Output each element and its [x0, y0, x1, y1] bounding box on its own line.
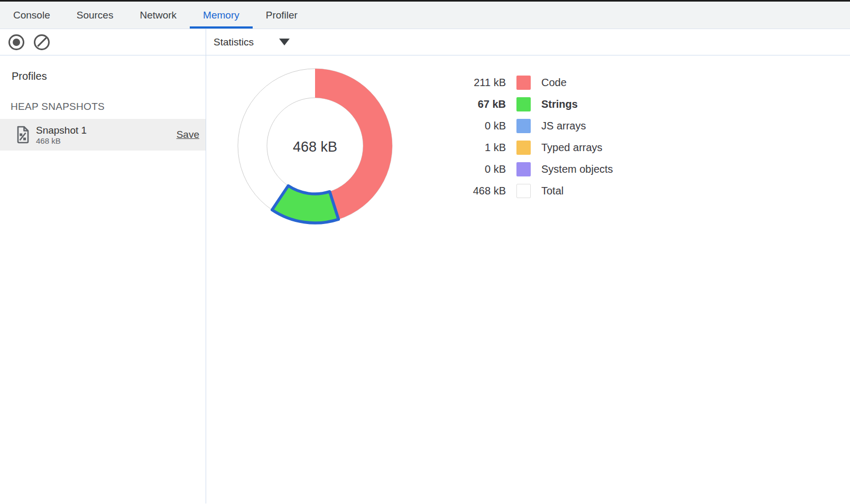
- donut-outline-circle: [267, 98, 363, 194]
- legend-row-js-arrays[interactable]: 0 kBJS arrays: [458, 115, 613, 137]
- legend-row-code[interactable]: 211 kBCode: [458, 72, 613, 94]
- legend-label: System objects: [541, 163, 613, 175]
- tab-memory[interactable]: Memory: [190, 2, 253, 29]
- heap-snapshots-section-title: HEAP SNAPSHOTS: [11, 101, 206, 113]
- profiles-toolbar: [0, 29, 206, 55]
- statistics-pane: Statistics 468 kB 211 kBCode67 kBStrings…: [206, 29, 850, 503]
- legend-swatch-total: [516, 184, 531, 198]
- profiles-sidebar-pane: Profiles HEAP SNAPSHOTS Snapshot 1 468 k…: [0, 29, 206, 503]
- statistics-toolbar: Statistics: [206, 29, 850, 55]
- legend-label: JS arrays: [541, 120, 586, 132]
- clear-profiles-button[interactable]: [34, 34, 50, 50]
- legend-row-strings[interactable]: 67 kBStrings: [458, 94, 613, 115]
- statistics-chart-area: 468 kB 211 kBCode67 kBStrings0 kBJS arra…: [206, 55, 850, 503]
- legend-row-system-objects[interactable]: 0 kBSystem objects: [458, 158, 613, 180]
- profiles-title: Profiles: [12, 70, 206, 82]
- snapshot-size: 468 kB: [36, 136, 87, 146]
- perspective-select-label: Statistics: [214, 36, 254, 48]
- tab-sources[interactable]: Sources: [63, 2, 127, 29]
- donut-slice-strings[interactable]: [272, 186, 339, 223]
- sidebar-item-snapshot-1[interactable]: Snapshot 1 468 kB Save: [0, 119, 206, 151]
- tab-profiler[interactable]: Profiler: [253, 2, 311, 29]
- legend-swatch-typed-arrays: [516, 141, 531, 155]
- legend-label: Total: [541, 185, 563, 197]
- chart-legend: 211 kBCode67 kBStrings0 kBJS arrays1 kBT…: [458, 72, 613, 202]
- legend-label: Strings: [541, 98, 578, 110]
- save-link[interactable]: Save: [177, 129, 199, 141]
- legend-size: 0 kB: [458, 163, 506, 175]
- record-icon-dot: [13, 39, 20, 46]
- legend-swatch-js-arrays: [516, 119, 531, 133]
- perspective-select[interactable]: Statistics: [214, 36, 290, 48]
- tab-network[interactable]: Network: [126, 2, 190, 29]
- memory-panel: Profiles HEAP SNAPSHOTS Snapshot 1 468 k…: [0, 29, 850, 503]
- memory-donut-chart: [236, 67, 394, 225]
- legend-size: 211 kB: [458, 77, 506, 89]
- snapshot-texts: Snapshot 1 468 kB: [36, 124, 87, 146]
- devtools-window: ConsoleSourcesNetworkMemoryProfiler Prof…: [0, 0, 850, 503]
- legend-size: 468 kB: [458, 185, 506, 197]
- panel-tabbar: ConsoleSourcesNetworkMemoryProfiler: [0, 2, 850, 29]
- heap-snapshot-icon: [16, 126, 30, 144]
- snapshot-title: Snapshot 1: [36, 124, 87, 136]
- legend-row-total[interactable]: 468 kBTotal: [458, 180, 613, 202]
- legend-row-typed-arrays[interactable]: 1 kBTyped arrays: [458, 137, 613, 158]
- tab-console[interactable]: Console: [0, 2, 63, 29]
- profiles-list: Profiles HEAP SNAPSHOTS Snapshot 1 468 k…: [0, 55, 206, 151]
- legend-size: 0 kB: [458, 120, 506, 132]
- legend-size: 67 kB: [458, 98, 506, 110]
- legend-size: 1 kB: [458, 142, 506, 154]
- legend-swatch-code: [516, 76, 531, 90]
- legend-label: Code: [541, 77, 567, 89]
- legend-swatch-system-objects: [516, 162, 531, 176]
- legend-swatch-strings: [516, 97, 531, 111]
- chevron-down-icon: [279, 39, 290, 45]
- legend-label: Typed arrays: [541, 142, 603, 154]
- take-heap-snapshot-button[interactable]: [8, 34, 24, 50]
